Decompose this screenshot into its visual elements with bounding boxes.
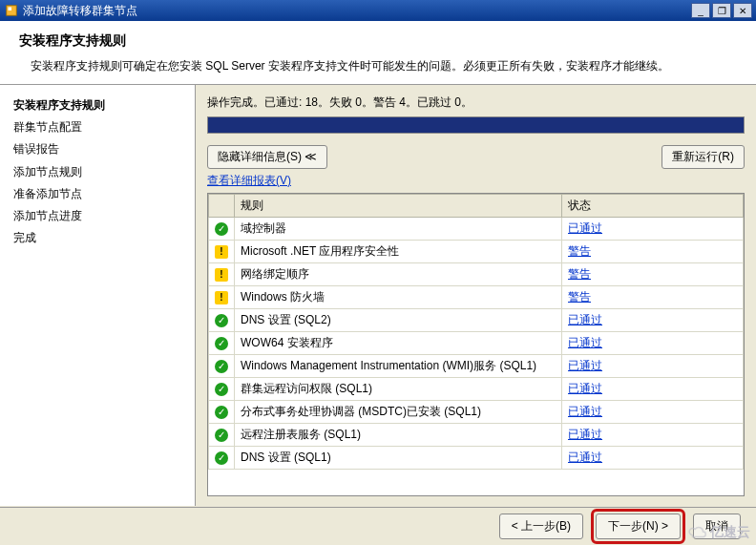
cancel-button[interactable]: 取消 (693, 514, 741, 539)
pass-icon: ✓ (209, 218, 235, 241)
table-row[interactable]: !Windows 防火墙警告 (209, 286, 744, 309)
rules-table: 规则 状态 ✓域控制器已通过!Microsoft .NET 应用程序安全性警告!… (208, 194, 744, 470)
rule-cell: Windows Management Instrumentation (WMI)… (235, 355, 562, 378)
status-link[interactable]: 已通过 (568, 428, 602, 441)
col-header-status[interactable]: 状态 (562, 195, 744, 218)
window-controls: _ ❐ ✕ (691, 3, 752, 18)
status-cell: 警告 (562, 241, 744, 263)
rerun-button[interactable]: 重新运行(R) (662, 145, 745, 169)
sidebar-item-complete[interactable]: 完成 (13, 227, 181, 249)
pass-icon: ✓ (209, 424, 235, 447)
rule-cell: 域控制器 (235, 218, 562, 241)
pass-icon: ✓ (209, 378, 235, 401)
rule-cell: 分布式事务处理协调器 (MSDTC)已安装 (SQL1) (235, 401, 562, 424)
table-row[interactable]: ✓群集远程访问权限 (SQL1)已通过 (209, 378, 744, 401)
table-row[interactable]: ✓域控制器已通过 (209, 218, 744, 241)
status-cell: 已通过 (562, 424, 744, 447)
warn-icon: ! (209, 241, 235, 263)
main-panel: 操作完成。已通过: 18。失败 0。警告 4。已跳过 0。 隐藏详细信息(S) … (196, 85, 756, 506)
sidebar-item-ready-add-node[interactable]: 准备添加节点 (13, 183, 181, 205)
rules-table-wrap[interactable]: 规则 状态 ✓域控制器已通过!Microsoft .NET 应用程序安全性警告!… (207, 193, 745, 496)
col-header-rule[interactable]: 规则 (235, 195, 562, 218)
table-row[interactable]: !Microsoft .NET 应用程序安全性警告 (209, 241, 744, 263)
rule-cell: Microsoft .NET 应用程序安全性 (235, 241, 562, 263)
page-header: 安装程序支持规则 安装程序支持规则可确定在您安装 SQL Server 安装程序… (0, 21, 756, 85)
page-description: 安装程序支持规则可确定在您安装 SQL Server 安装程序支持文件时可能发生… (19, 57, 737, 74)
rule-cell: DNS 设置 (SQL2) (235, 309, 562, 332)
next-button-highlight: 下一步(N) > (591, 509, 685, 544)
table-row[interactable]: ✓Windows Management Instrumentation (WMI… (209, 355, 744, 378)
status-link[interactable]: 已通过 (568, 336, 602, 349)
status-link[interactable]: 已通过 (568, 313, 602, 326)
status-link[interactable]: 已通过 (568, 451, 602, 464)
titlebar: 添加故障转移群集节点 _ ❐ ✕ (0, 0, 756, 21)
pass-icon: ✓ (209, 309, 235, 332)
table-row[interactable]: ✓远程注册表服务 (SQL1)已通过 (209, 424, 744, 447)
warn-icon: ! (209, 263, 235, 286)
status-link[interactable]: 已通过 (568, 221, 602, 235)
back-button[interactable]: < 上一步(B) (499, 514, 583, 539)
rule-cell: 网络绑定顺序 (235, 263, 562, 286)
page-title: 安装程序支持规则 (19, 32, 737, 50)
status-cell: 已通过 (562, 447, 744, 470)
close-button[interactable]: ✕ (733, 3, 752, 18)
minimize-button[interactable]: _ (691, 3, 710, 18)
table-row[interactable]: ✓WOW64 安装程序已通过 (209, 332, 744, 355)
warn-icon: ! (209, 286, 235, 309)
status-link[interactable]: 已通过 (568, 405, 602, 418)
restore-button[interactable]: ❐ (712, 3, 731, 18)
svg-rect-1 (9, 8, 12, 11)
status-cell: 已通过 (562, 332, 744, 355)
status-link[interactable]: 警告 (568, 290, 591, 304)
rule-cell: 群集远程访问权限 (SQL1) (235, 378, 562, 401)
sidebar-item-error-report[interactable]: 错误报告 (13, 138, 181, 160)
rule-cell: 远程注册表服务 (SQL1) (235, 424, 562, 447)
status-summary: 操作完成。已通过: 18。失败 0。警告 4。已跳过 0。 (207, 94, 745, 111)
status-link[interactable]: 警告 (568, 244, 591, 258)
pass-icon: ✓ (209, 401, 235, 424)
sidebar: 安装程序支持规则 群集节点配置 错误报告 添加节点规则 准备添加节点 添加节点进… (0, 85, 196, 506)
status-link[interactable]: 警告 (568, 267, 591, 281)
sidebar-item-add-node-rules[interactable]: 添加节点规则 (13, 161, 181, 183)
pass-icon: ✓ (209, 447, 235, 470)
status-cell: 警告 (562, 286, 744, 309)
pass-icon: ✓ (209, 332, 235, 355)
pass-icon: ✓ (209, 355, 235, 378)
progress-bar (207, 116, 745, 134)
sidebar-item-add-node-progress[interactable]: 添加节点进度 (13, 205, 181, 227)
table-row[interactable]: ✓分布式事务处理协调器 (MSDTC)已安装 (SQL1)已通过 (209, 401, 744, 424)
view-report-link[interactable]: 查看详细报表(V) (207, 173, 745, 189)
window-title: 添加故障转移群集节点 (23, 3, 691, 19)
col-header-icon (209, 195, 235, 218)
status-cell: 已通过 (562, 355, 744, 378)
table-row[interactable]: ✓DNS 设置 (SQL1)已通过 (209, 447, 744, 470)
status-link[interactable]: 已通过 (568, 359, 602, 372)
status-cell: 已通过 (562, 309, 744, 332)
sidebar-item-support-rules[interactable]: 安装程序支持规则 (13, 94, 181, 116)
rule-cell: WOW64 安装程序 (235, 332, 562, 355)
table-row[interactable]: !网络绑定顺序警告 (209, 263, 744, 286)
table-row[interactable]: ✓DNS 设置 (SQL2)已通过 (209, 309, 744, 332)
status-cell: 已通过 (562, 401, 744, 424)
sidebar-item-cluster-config[interactable]: 群集节点配置 (13, 116, 181, 138)
rule-cell: Windows 防火墙 (235, 286, 562, 309)
status-cell: 警告 (562, 263, 744, 286)
status-link[interactable]: 已通过 (568, 382, 602, 395)
app-icon (4, 3, 19, 18)
rule-cell: DNS 设置 (SQL1) (235, 447, 562, 470)
next-button[interactable]: 下一步(N) > (596, 514, 681, 539)
status-cell: 已通过 (562, 378, 744, 401)
status-cell: 已通过 (562, 218, 744, 241)
hide-details-button[interactable]: 隐藏详细信息(S) ≪ (207, 145, 327, 169)
wizard-footer: < 上一步(B) 下一步(N) > 取消 (0, 507, 756, 545)
